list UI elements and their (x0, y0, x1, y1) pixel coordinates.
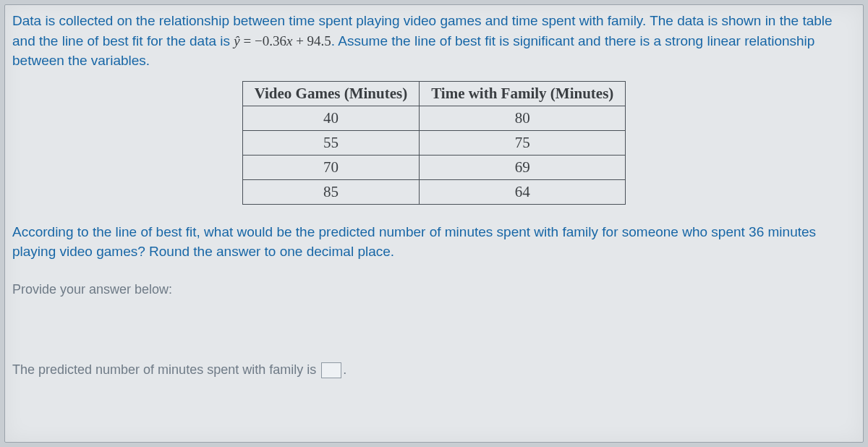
answer-suffix: . (343, 362, 346, 377)
cell-x: 85 (242, 179, 420, 204)
regression-equation: ŷ = −0.36x + 94.5 (234, 33, 331, 48)
answer-input[interactable] (321, 362, 341, 378)
cell-y: 69 (420, 155, 626, 179)
data-table: Video Games (Minutes) Time with Family (… (242, 81, 626, 205)
table-header-row: Video Games (Minutes) Time with Family (… (242, 81, 626, 106)
intro-paragraph: Data is collected on the relationship be… (12, 11, 856, 71)
answer-line: The predicted number of minutes spent wi… (12, 362, 856, 378)
answer-prefix: The predicted number of minutes spent wi… (12, 362, 320, 377)
cell-y: 75 (420, 130, 626, 155)
question-text: According to the line of best fit, what … (12, 222, 856, 262)
col-header-video-games: Video Games (Minutes) (242, 81, 420, 106)
col-header-family-time: Time with Family (Minutes) (420, 81, 626, 106)
cell-y: 64 (420, 179, 626, 204)
table-row: 40 80 (242, 106, 626, 130)
cell-y: 80 (420, 106, 626, 130)
question-sheet: Data is collected on the relationship be… (4, 4, 864, 443)
cell-x: 70 (242, 155, 420, 179)
table-row: 70 69 (242, 155, 626, 179)
table-row: 55 75 (242, 130, 626, 155)
answer-prompt: Provide your answer below: (12, 282, 856, 297)
cell-x: 40 (242, 106, 420, 130)
cell-x: 55 (242, 130, 420, 155)
table-row: 85 64 (242, 179, 626, 204)
